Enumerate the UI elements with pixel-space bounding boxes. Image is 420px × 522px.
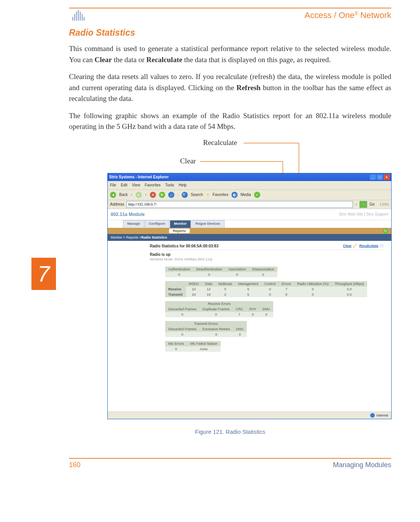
row-label: Transmit bbox=[165, 292, 186, 297]
bold-recalculate: Recalculate bbox=[146, 56, 182, 64]
back-label[interactable]: Back bbox=[119, 193, 128, 197]
minimize-button[interactable]: _ bbox=[370, 175, 376, 180]
menu-view[interactable]: View bbox=[132, 183, 140, 187]
td: 0 bbox=[261, 292, 279, 297]
tab-manage[interactable]: Manage bbox=[123, 220, 144, 228]
brand-logo bbox=[69, 10, 87, 21]
paragraph-3: The following graphic shows an example o… bbox=[69, 110, 391, 132]
th: Mic Failed Station bbox=[187, 341, 221, 346]
th: Authentication bbox=[165, 267, 193, 272]
td: 5 bbox=[235, 292, 262, 297]
callout-clear: Clear bbox=[180, 157, 196, 165]
menu-help[interactable]: Help bbox=[179, 183, 187, 187]
text: the data or bbox=[112, 56, 146, 64]
module-header: 802.11a Module Strix Web Site | Strix Su… bbox=[108, 209, 391, 220]
home-icon[interactable]: ⌂ bbox=[168, 192, 174, 198]
th: DMA bbox=[233, 326, 247, 332]
section-title: Radio Statistics bbox=[69, 28, 391, 38]
bold-refresh: Refresh bbox=[236, 84, 261, 92]
links-label[interactable]: Links bbox=[380, 202, 389, 206]
th: Excessive Retries bbox=[200, 326, 233, 332]
screenshot-window: Strix Systems - Internet Explorer _ □ × … bbox=[107, 173, 392, 419]
stats-title: Radio Statistics for 00:06:5A:00:03:83 bbox=[150, 244, 218, 248]
tab-rogue[interactable]: Rogue Devices bbox=[191, 220, 225, 228]
media-label[interactable]: Media bbox=[241, 193, 251, 197]
refresh-icon[interactable]: ↻ bbox=[159, 192, 165, 198]
site-links[interactable]: Strix Web Site | Strix Support bbox=[339, 212, 388, 216]
row-label: Receive bbox=[165, 287, 186, 292]
window-titlebar[interactable]: Strix Systems - Internet Explorer _ □ × bbox=[108, 173, 391, 181]
auth-table: Authentication Deauthentication Associat… bbox=[165, 267, 277, 277]
menu-file[interactable]: File bbox=[110, 183, 116, 187]
td: 0.0 bbox=[331, 292, 367, 297]
status-text: Internet bbox=[376, 413, 388, 417]
refresh-button[interactable]: ↻ bbox=[383, 228, 388, 234]
td: 0 bbox=[294, 287, 332, 292]
td: 5 bbox=[235, 287, 262, 292]
th: Disassociation bbox=[249, 267, 277, 272]
td: 0.0 bbox=[331, 287, 367, 292]
td: 2 bbox=[215, 292, 235, 297]
chapter-tab: 7 bbox=[31, 258, 56, 290]
go-button[interactable]: → bbox=[359, 201, 367, 208]
recalculate-link[interactable]: Recalculate bbox=[359, 244, 378, 248]
td: 0 bbox=[294, 292, 332, 297]
td: 0 bbox=[165, 312, 200, 317]
address-bar: Address ▾ → Go Links bbox=[108, 200, 391, 209]
forward-icon[interactable]: ► bbox=[136, 192, 142, 198]
th: Radio Utilization (%) bbox=[294, 281, 332, 287]
radio-status: Radio is up bbox=[150, 252, 384, 257]
bold-clear: Clear bbox=[95, 56, 112, 64]
footer-section: Managing Modules bbox=[333, 461, 391, 469]
internet-zone-icon bbox=[370, 413, 375, 418]
address-input[interactable] bbox=[126, 201, 353, 208]
th: Errors bbox=[279, 281, 294, 287]
callout-recalculate: Recalculate bbox=[203, 138, 237, 147]
search-label[interactable]: Search bbox=[191, 193, 203, 197]
go-label[interactable]: Go bbox=[369, 202, 374, 206]
menu-favorites[interactable]: Favorites bbox=[145, 183, 161, 187]
media-icon[interactable]: ◐ bbox=[231, 192, 238, 198]
th: Throughput (Mbps) bbox=[331, 281, 367, 287]
wireless-mode: Wireless Mode: 5GHz 54Mbps (802.11a) bbox=[150, 257, 384, 261]
status-bar: Internet bbox=[108, 412, 391, 419]
th: Discarded Frames bbox=[165, 306, 200, 312]
tab-configure[interactable]: Configure bbox=[145, 220, 170, 228]
clear-link[interactable]: Clear bbox=[343, 244, 352, 248]
td: 0 bbox=[200, 332, 233, 337]
close-button[interactable]: × bbox=[384, 175, 390, 180]
text: the data that is displayed on this page,… bbox=[182, 56, 331, 64]
td: 7 bbox=[279, 287, 294, 292]
td: 8 bbox=[279, 292, 294, 297]
th: PHY bbox=[246, 306, 260, 312]
report-content: Radio Statistics for 00:06:5A:00:03:83 C… bbox=[108, 241, 391, 419]
rxtx-table: MSDU Data Multicast Management Control E… bbox=[165, 281, 367, 297]
td: 0 bbox=[249, 272, 277, 277]
back-icon[interactable]: ◄ bbox=[110, 192, 116, 198]
th: CRC bbox=[233, 306, 246, 312]
mic-table: Mic Errors Mic Failed Station 0 none bbox=[165, 341, 221, 352]
tab-monitor[interactable]: Monitor bbox=[170, 220, 191, 228]
ie-toolbar: ◄ Back ▾ ► ▾ × ↻ ⌂ | 🔍 Search ★ Favorite… bbox=[108, 190, 391, 200]
favorites-label[interactable]: Favorites bbox=[213, 193, 228, 197]
stop-icon[interactable]: × bbox=[150, 192, 156, 198]
td: 0 bbox=[200, 312, 233, 317]
history-icon[interactable]: ✓ bbox=[254, 192, 260, 198]
menu-edit[interactable]: Edit bbox=[121, 183, 127, 187]
subtab-row: Reports ↻ bbox=[108, 228, 391, 234]
td: 0 bbox=[246, 312, 260, 317]
td: 7 bbox=[233, 312, 246, 317]
module-name: 802.11a Module bbox=[111, 212, 145, 217]
td: 0 bbox=[233, 332, 247, 337]
subtab-reports[interactable]: Reports bbox=[169, 229, 190, 233]
brand-text: Access / One® Network bbox=[305, 10, 391, 20]
rx-errors-table: Receive Errors Discarded Frames Duplicat… bbox=[165, 301, 273, 317]
th: MSDU bbox=[186, 281, 202, 287]
search-icon[interactable]: 🔍 bbox=[182, 192, 188, 198]
menu-tools[interactable]: Tools bbox=[165, 183, 174, 187]
paragraph-1: This command is used to generate a stati… bbox=[69, 43, 391, 65]
maximize-button[interactable]: □ bbox=[377, 175, 383, 180]
td: 0 bbox=[261, 287, 279, 292]
breadcrumb: Monitor > Reports > Radio Statistics bbox=[108, 234, 391, 241]
breadcrumb-pre: Monitor > Reports > bbox=[111, 235, 141, 239]
